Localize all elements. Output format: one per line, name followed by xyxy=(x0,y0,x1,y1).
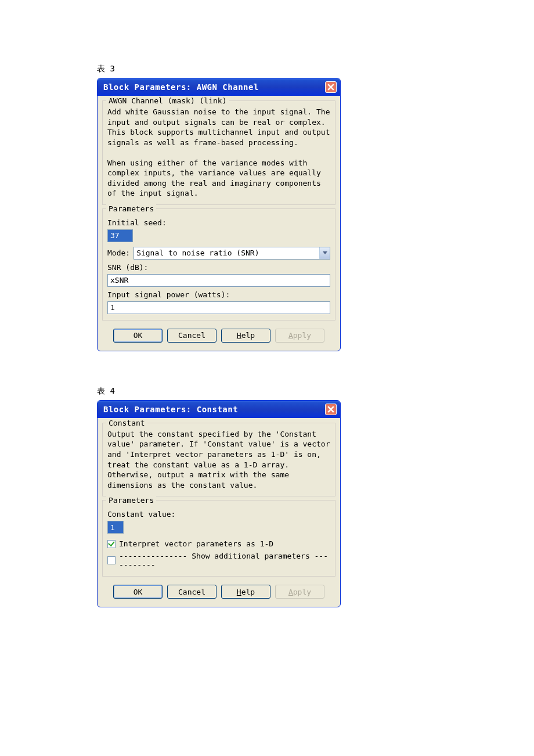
awgn-legend: AWGN Channel (mask) (link) xyxy=(106,96,229,105)
close-button[interactable] xyxy=(325,81,337,93)
dialog1-body: AWGN Channel (mask) (link) Add white Gau… xyxy=(98,96,340,351)
cancel-button[interactable]: Cancel xyxy=(167,329,217,343)
awgn-params-legend: Parameters xyxy=(106,204,156,213)
input-power-input[interactable] xyxy=(107,301,330,314)
ok-button[interactable]: OK xyxy=(113,585,163,599)
table-4-caption: 表 4 xyxy=(97,386,534,397)
dialog2-button-row: OK Cancel Help Apply xyxy=(102,580,335,601)
mode-selected-text: Signal to noise ratio (SNR) xyxy=(134,249,319,257)
chevron-down-icon xyxy=(323,251,327,255)
show-additional-checkbox[interactable] xyxy=(107,556,116,564)
snr-db-input[interactable] xyxy=(107,274,330,287)
initial-seed-input[interactable] xyxy=(107,229,133,242)
dialog2-title: Block Parameters: Constant xyxy=(103,405,238,414)
snr-db-label: SNR (dB): xyxy=(107,263,330,272)
close-button[interactable] xyxy=(325,404,337,415)
apply-button: Apply xyxy=(275,585,324,599)
apply-button: Apply xyxy=(275,329,324,343)
help-button[interactable]: Help xyxy=(221,329,270,343)
ok-button[interactable]: OK xyxy=(113,329,163,343)
dropdown-arrow[interactable] xyxy=(319,247,330,259)
interpret-1d-checkbox[interactable] xyxy=(107,540,116,548)
constant-desc-group: Constant Output the constant specified b… xyxy=(102,423,335,496)
awgn-params-group: Parameters Initial seed: Mode: Signal to… xyxy=(102,208,335,321)
dialog1-titlebar[interactable]: Block Parameters: AWGN Channel xyxy=(98,78,340,96)
dialog1-title: Block Parameters: AWGN Channel xyxy=(103,82,259,92)
awgn-desc-group: AWGN Channel (mask) (link) Add white Gau… xyxy=(102,100,335,205)
initial-seed-label: Initial seed: xyxy=(107,218,330,227)
constant-params-legend: Parameters xyxy=(106,496,156,505)
dialog-constant: Block Parameters: Constant Constant Outp… xyxy=(97,400,341,607)
interpret-1d-label: Interpret vector parameters as 1-D xyxy=(119,539,273,548)
constant-description: Output the constant specified by the 'Co… xyxy=(107,429,330,490)
constant-value-label: Constant value: xyxy=(107,510,330,519)
awgn-description: Add white Gaussian noise to the input si… xyxy=(107,107,330,199)
dialog-awgn: Block Parameters: AWGN Channel AWGN Chan… xyxy=(97,78,341,351)
cancel-button[interactable]: Cancel xyxy=(167,585,217,599)
mode-select[interactable]: Signal to noise ratio (SNR) xyxy=(134,247,330,260)
constant-value-input[interactable] xyxy=(107,521,124,534)
dialog2-body: Constant Output the constant specified b… xyxy=(98,418,340,607)
show-additional-label: --------------- Show additional paramete… xyxy=(119,552,330,569)
table-3-caption: 表 3 xyxy=(97,64,534,74)
dialog1-button-row: OK Cancel Help Apply xyxy=(102,324,335,345)
close-icon xyxy=(327,406,334,413)
input-power-label: Input signal power (watts): xyxy=(107,290,330,299)
mode-label: Mode: xyxy=(107,249,130,257)
constant-legend: Constant xyxy=(106,419,147,427)
help-button[interactable]: Help xyxy=(221,585,270,599)
close-icon xyxy=(327,84,334,91)
constant-params-group: Parameters Constant value: Interpret vec… xyxy=(102,500,335,577)
dialog2-titlebar[interactable]: Block Parameters: Constant xyxy=(98,401,340,418)
